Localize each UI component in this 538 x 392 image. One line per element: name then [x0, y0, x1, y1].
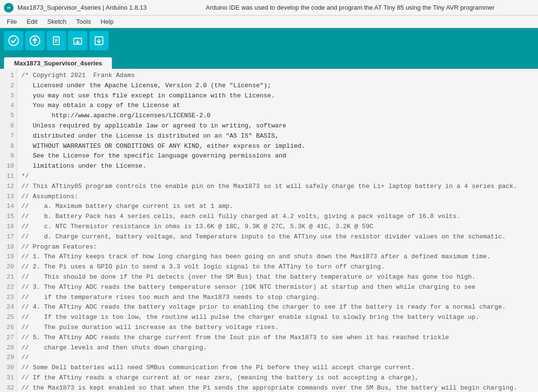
code-line-29: // — [21, 353, 534, 363]
line-number-10: 10 — [3, 161, 14, 172]
menu-edit[interactable]: Edit — [22, 17, 42, 26]
code-content[interactable]: /* Copyright 2021 Frank Adams Licensed u… — [17, 69, 538, 392]
code-line-10: limitations under the License. — [21, 161, 534, 172]
line-number-13: 13 — [3, 192, 14, 202]
code-line-12: // This ATtiny85 program controls the en… — [21, 182, 534, 192]
upload-button[interactable] — [25, 31, 45, 50]
open-button[interactable] — [68, 31, 87, 50]
code-line-14: // a. Maximum battery charge current is … — [21, 202, 534, 212]
toolbar — [0, 28, 538, 53]
code-line-4: You may obtain a copy of the License at — [21, 101, 534, 111]
menu-bar: File Edit Sketch Tools Help — [0, 16, 538, 28]
menu-help[interactable]: Help — [96, 17, 118, 26]
code-line-5: http://www.apache.org/licenses/LICENSE-2… — [21, 111, 534, 121]
code-line-17: // d. Charge current, battery voltage, a… — [21, 232, 534, 242]
code-line-8: WITHOUT WARRANTIES OR CONDITIONS OF ANY … — [21, 141, 534, 152]
code-line-24: // 4. The ATtiny ADC reads the battery v… — [21, 302, 534, 313]
line-number-23: 23 — [3, 293, 14, 303]
code-line-28: // charge levels and then shuts down cha… — [21, 343, 534, 353]
tab-bar: Max1873_Supervisor_4series — [0, 53, 538, 69]
code-line-20: // 2. The Pi uses a GPIO pin to send a 3… — [21, 262, 534, 272]
menu-tools[interactable]: Tools — [71, 17, 96, 26]
line-number-14: 14 — [3, 202, 14, 212]
line-number-21: 21 — [3, 272, 14, 282]
line-number-5: 5 — [3, 111, 14, 121]
line-number-6: 6 — [3, 121, 14, 131]
line-number-2: 2 — [3, 81, 14, 91]
line-number-7: 7 — [3, 131, 14, 141]
code-line-26: // The pulse duration will increase as t… — [21, 323, 534, 333]
line-number-19: 19 — [3, 252, 14, 262]
save-button[interactable] — [89, 31, 109, 50]
code-line-9: See the License for the specific languag… — [21, 151, 534, 161]
line-numbers: 1234567891011121314151617181920212223242… — [0, 69, 17, 392]
svg-point-0 — [9, 36, 18, 46]
verify-icon — [8, 35, 19, 46]
upload-icon — [30, 35, 40, 46]
line-number-15: 15 — [3, 212, 14, 222]
menu-sketch[interactable]: Sketch — [42, 17, 71, 26]
code-line-3: you may not use this file except in comp… — [21, 91, 534, 101]
line-number-17: 17 — [3, 232, 14, 242]
line-number-12: 12 — [3, 182, 14, 192]
header-description: Arduino IDE was used to develop the code… — [166, 4, 534, 11]
line-number-25: 25 — [3, 313, 14, 323]
line-number-22: 22 — [3, 282, 14, 293]
code-line-15: // b. Battery Pack has 4 series cells, e… — [21, 212, 534, 222]
line-number-11: 11 — [3, 172, 14, 182]
line-number-29: 29 — [3, 353, 14, 363]
code-line-25: // If the voltage is too low, the routin… — [21, 313, 534, 323]
open-icon — [72, 35, 83, 46]
code-line-16: // c. NTC Thermistor resistance in ohms … — [21, 222, 534, 232]
line-number-20: 20 — [3, 262, 14, 272]
code-line-31: // If the ATtiny reads a charge current … — [21, 373, 534, 383]
code-line-23: // if the temperature rises too much and… — [21, 293, 534, 303]
line-number-18: 18 — [3, 242, 14, 252]
save-icon — [94, 35, 104, 46]
new-button[interactable] — [47, 31, 66, 50]
code-line-27: // 5. The ATtiny ADC reads the charge cu… — [21, 333, 534, 343]
tab-main[interactable]: Max1873_Supervisor_4series — [4, 57, 112, 69]
line-number-28: 28 — [3, 343, 14, 353]
code-line-2: Licensed under the Apache License, Versi… — [21, 81, 534, 91]
code-line-22: // 3. The ATtiny ADC reads the battery t… — [21, 282, 534, 293]
app-icon: ∞ — [4, 3, 14, 13]
code-line-19: // 1. The ATtiny keeps track of how long… — [21, 252, 534, 262]
code-line-6: Unless required by applicable law or agr… — [21, 121, 534, 131]
line-number-1: 1 — [3, 71, 14, 81]
line-number-32: 32 — [3, 383, 14, 392]
line-number-31: 31 — [3, 373, 14, 383]
line-number-16: 16 — [3, 222, 14, 232]
window-title: Max1873_Supervisor_4series | Arduino 1.8… — [17, 4, 147, 11]
app-icon-symbol: ∞ — [7, 5, 10, 10]
line-number-3: 3 — [3, 91, 14, 101]
line-number-8: 8 — [3, 141, 14, 152]
title-bar: ∞ Max1873_Supervisor_4series | Arduino 1… — [0, 0, 538, 16]
code-line-7: distributed under the License is distrib… — [21, 131, 534, 141]
new-icon — [51, 35, 62, 46]
code-line-32: // the Max1873 is kept enabled so that w… — [21, 383, 534, 392]
code-line-30: // Some Dell batteries will need SMBus c… — [21, 363, 534, 373]
code-line-11: */ — [21, 172, 534, 182]
code-line-18: // Program Features: — [21, 242, 534, 252]
code-line-1: /* Copyright 2021 Frank Adams — [21, 71, 534, 81]
line-number-9: 9 — [3, 151, 14, 161]
verify-button[interactable] — [4, 31, 23, 50]
line-number-27: 27 — [3, 333, 14, 343]
code-area[interactable]: 1234567891011121314151617181920212223242… — [0, 69, 538, 392]
menu-file[interactable]: File — [2, 17, 22, 26]
code-line-13: // Assumptions: — [21, 192, 534, 202]
code-line-21: // This should be done if the Pi detects… — [21, 272, 534, 282]
line-number-30: 30 — [3, 363, 14, 373]
line-number-4: 4 — [3, 101, 14, 111]
line-number-24: 24 — [3, 302, 14, 313]
line-number-26: 26 — [3, 323, 14, 333]
